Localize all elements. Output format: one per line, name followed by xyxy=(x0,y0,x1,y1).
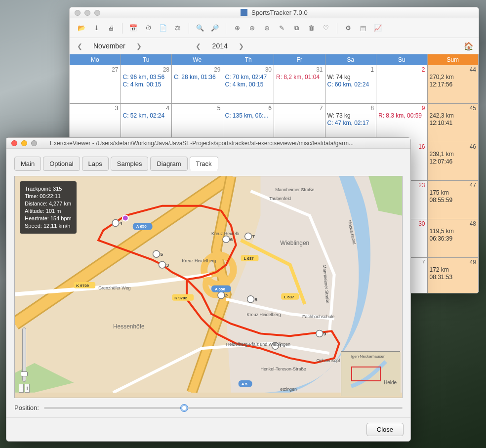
calendar-entry[interactable]: C: 4 km, 00:15 xyxy=(123,81,170,88)
calendar-entry[interactable]: 06:36:39 xyxy=(430,235,477,243)
print-icon[interactable]: 🖨 xyxy=(105,22,117,34)
day-number: 31 xyxy=(316,66,323,73)
calendar-cell[interactable]: 7 xyxy=(274,104,325,142)
calendar-cell[interactable]: 2 xyxy=(376,65,428,104)
close-button[interactable]: Close xyxy=(366,423,404,436)
week-summary-cell: 48119,5 km06:36:39 xyxy=(428,219,479,258)
calendar-cell[interactable]: 27 xyxy=(70,65,121,104)
prev-year-button[interactable]: ❮ xyxy=(194,42,203,50)
zoom-out-icon[interactable]: 🔍 xyxy=(194,22,206,34)
note-icon[interactable]: 📄 xyxy=(157,22,169,34)
calendar-cell[interactable]: 1W: 74 kgC: 60 km, 02:24 xyxy=(325,65,377,104)
calendar-entry[interactable]: W: 74 kg xyxy=(327,74,374,81)
position-slider-row: Position: xyxy=(6,401,410,417)
calendar-entry[interactable]: 12:17:56 xyxy=(430,81,477,88)
minimap-viewport[interactable] xyxy=(351,367,381,381)
calendar-entry[interactable]: C: 28 km, 01:36 xyxy=(174,74,221,81)
calendar-cell[interactable]: 31R: 8,2 km, 01:04 xyxy=(274,65,325,104)
calendar-entry[interactable]: 119,5 km xyxy=(430,228,477,235)
calendar-entry[interactable]: C: 52 km, 02:24 xyxy=(123,112,170,120)
calendar-entry[interactable]: W: 73 kg xyxy=(327,112,374,120)
zoom-out-button[interactable]: − xyxy=(19,384,24,393)
calendar-cell[interactable]: 3 xyxy=(70,104,121,142)
month-label: November xyxy=(87,42,131,50)
calendar-entry[interactable]: C: 4 km, 00:15 xyxy=(225,81,272,88)
calendar-entry[interactable]: C: 135 km, 06:... xyxy=(225,112,272,120)
day-number: 45 xyxy=(470,105,476,112)
zoom-in-button[interactable]: + xyxy=(25,384,30,393)
add-note-icon[interactable]: ⊕ xyxy=(246,22,258,34)
calendar-entry[interactable]: R: 8,3 km, 00:59 xyxy=(378,112,425,120)
tab-laps[interactable]: Laps xyxy=(82,157,109,171)
svg-text:Taubenfeld: Taubenfeld xyxy=(269,196,291,201)
day-number: 5 xyxy=(217,105,221,112)
add-exercise-icon[interactable]: ⊕ xyxy=(231,22,243,34)
calendar-cell[interactable]: 8W: 73 kgC: 47 km, 02:17 xyxy=(325,104,377,142)
tab-track[interactable]: Track xyxy=(190,157,218,171)
calendar-entry[interactable]: C: 60 km, 02:24 xyxy=(327,81,374,88)
week-summary-cell: 46239,1 km12:07:46 xyxy=(428,142,479,181)
next-year-button[interactable]: ❯ xyxy=(237,42,246,50)
day-number: 16 xyxy=(418,143,425,150)
calendar-entry[interactable]: 175 km xyxy=(430,189,477,197)
svg-text:Kreuz Heidelberg: Kreuz Heidelberg xyxy=(247,312,281,317)
add-weight-icon[interactable]: ⊕ xyxy=(261,22,273,34)
calendar-entry[interactable]: 12:10:41 xyxy=(430,120,477,127)
zoom-slider-handle[interactable] xyxy=(21,371,28,376)
copy-icon[interactable]: ⧉ xyxy=(290,22,302,34)
tab-optional[interactable]: Optional xyxy=(43,157,80,171)
delete-icon[interactable]: 🗑 xyxy=(305,22,317,34)
chart-icon[interactable]: 📈 xyxy=(372,22,384,34)
calendar-entry[interactable]: 242,3 km xyxy=(430,112,477,120)
svg-text:8: 8 xyxy=(255,297,258,302)
trackpoint-tooltip: Trackpoint: 315 Time: 00:22:11 Distance:… xyxy=(20,181,77,234)
calendar-entry[interactable]: 12:07:46 xyxy=(430,158,477,165)
calendar-cell[interactable]: 30C: 70 km, 02:47C: 4 km, 00:15 xyxy=(223,65,275,104)
day-header: Sum xyxy=(428,54,479,65)
position-label: Position: xyxy=(14,404,39,411)
svg-text:K 9702: K 9702 xyxy=(174,296,187,300)
calendar-cell[interactable]: 28C: 96 km, 03:56C: 4 km, 00:15 xyxy=(121,65,172,104)
tab-diagram[interactable]: Diagram xyxy=(150,157,187,171)
calendar-entry[interactable]: 270,2 km xyxy=(430,74,477,81)
minimap[interactable]: igen-Neckarhausen Heide xyxy=(341,351,400,396)
home-icon[interactable]: 🏠 xyxy=(464,41,474,51)
day-header: Sa xyxy=(325,54,377,65)
tab-samples[interactable]: Samples xyxy=(111,157,149,171)
heart-icon[interactable]: ♡ xyxy=(320,22,332,34)
calendar-cell[interactable]: 5 xyxy=(172,104,223,142)
weight-icon[interactable]: ⚖ xyxy=(172,22,184,34)
calendar-cell[interactable]: 9R: 8,3 km, 00:59 xyxy=(376,104,428,142)
svg-text:K 9709: K 9709 xyxy=(76,284,89,288)
track-map[interactable]: 1 2 3 4 5 6 7 8 9 A 656 A 656 A 5 L 637 … xyxy=(14,176,403,398)
stopwatch-icon[interactable]: ⏱ xyxy=(142,22,154,34)
next-month-button[interactable]: ❯ xyxy=(134,42,144,50)
prev-month-button[interactable]: ❮ xyxy=(75,42,84,50)
calendar-cell[interactable]: 4C: 52 km, 02:24 xyxy=(121,104,172,142)
edit-icon[interactable]: ✎ xyxy=(276,22,287,34)
calendar-entry[interactable]: 239,1 km xyxy=(430,151,477,158)
zoom-in-icon[interactable]: 🔎 xyxy=(209,22,221,34)
calendar-entry[interactable]: R: 8,2 km, 01:04 xyxy=(276,74,323,81)
calendar-entry[interactable]: 172 km xyxy=(430,266,477,274)
calendar-entry[interactable]: C: 47 km, 02:17 xyxy=(327,120,374,127)
day-header: Fr xyxy=(274,54,325,65)
zoom-slider[interactable] xyxy=(22,327,26,382)
tab-main[interactable]: Main xyxy=(14,157,41,171)
calendar-entry[interactable]: 08:55:59 xyxy=(430,197,477,204)
save-icon[interactable]: ⤓ xyxy=(90,22,102,34)
day-header: We xyxy=(172,54,223,65)
calendar-cell[interactable]: 6C: 135 km, 06:... xyxy=(223,104,275,142)
day-number: 30 xyxy=(418,220,425,227)
gear-icon[interactable]: ⚙ xyxy=(342,22,354,34)
calendar-entry[interactable]: C: 70 km, 02:47 xyxy=(225,74,272,81)
calendar-cell[interactable]: 29C: 28 km, 01:36 xyxy=(172,65,223,104)
open-icon[interactable]: 📂 xyxy=(76,22,87,34)
position-slider-handle[interactable] xyxy=(180,404,188,412)
svg-text:Grenzhöfer Weg: Grenzhöfer Weg xyxy=(98,285,130,290)
position-slider[interactable] xyxy=(44,407,403,409)
calendar-entry[interactable]: 08:31:53 xyxy=(430,274,477,281)
stats-icon[interactable]: ▤ xyxy=(357,22,369,34)
calendar-entry[interactable]: C: 96 km, 03:56 xyxy=(123,74,170,81)
calendar-icon[interactable]: 📅 xyxy=(127,22,139,34)
